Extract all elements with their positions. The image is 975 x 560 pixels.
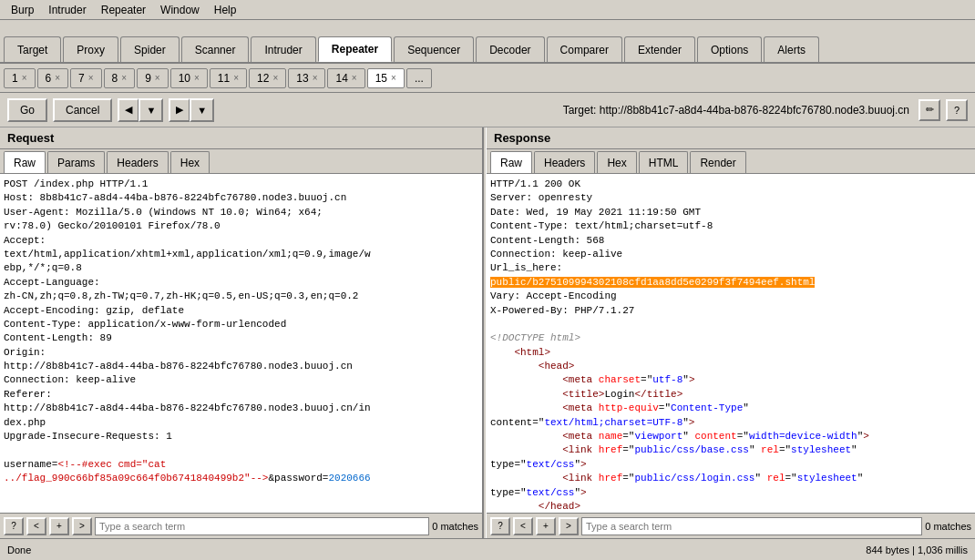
num-tab-7[interactable]: 7 ×: [70, 68, 102, 88]
close-tab-8[interactable]: ×: [121, 73, 127, 83]
request-search-next[interactable]: >: [72, 517, 92, 535]
response-header: Response: [487, 127, 975, 149]
num-tab-15[interactable]: 15 ×: [367, 68, 405, 88]
next-nav-button[interactable]: ▶: [169, 98, 190, 122]
menu-repeater[interactable]: Repeater: [94, 2, 153, 18]
tab-options[interactable]: Options: [697, 36, 762, 62]
num-tab-11[interactable]: 11 ×: [210, 68, 247, 88]
tab-spider[interactable]: Spider: [120, 36, 180, 62]
toolbar: Go Cancel ◀ ▼ ▶ ▼ Target: http://8b8b41c…: [0, 93, 975, 127]
response-search-help[interactable]: ?: [490, 517, 510, 535]
response-search-prev[interactable]: <: [513, 517, 533, 535]
close-tab-14[interactable]: ×: [352, 73, 357, 83]
request-matches-label: 0 matches: [432, 521, 478, 532]
menu-intruder[interactable]: Intruder: [41, 2, 93, 18]
close-tab-13[interactable]: ×: [313, 73, 318, 83]
content-area: Request Raw Params Headers Hex POST /ind…: [0, 127, 975, 538]
response-tab-headers[interactable]: Headers: [534, 151, 595, 173]
response-tab-raw[interactable]: Raw: [490, 151, 532, 173]
tab-decoder[interactable]: Decoder: [476, 36, 544, 62]
response-tab-html[interactable]: HTML: [639, 151, 689, 173]
request-tab-raw[interactable]: Raw: [4, 151, 46, 173]
request-search-prev[interactable]: <: [26, 517, 46, 535]
status-text: Done: [7, 545, 31, 555]
request-search-next-add[interactable]: +: [49, 517, 69, 535]
prev-dropdown-button[interactable]: ▼: [139, 98, 163, 122]
request-search-input[interactable]: [95, 517, 429, 535]
status-bar: Done 844 bytes | 1,036 millis: [0, 538, 975, 560]
next-dropdown-button[interactable]: ▼: [190, 98, 214, 122]
close-tab-10[interactable]: ×: [194, 73, 200, 83]
close-tab-11[interactable]: ×: [233, 73, 239, 83]
close-tab-1[interactable]: ×: [22, 73, 27, 83]
target-label: Target: http://8b8b41c7-a8d4-44ba-b876-8…: [563, 104, 909, 117]
response-tab-render[interactable]: Render: [690, 151, 745, 173]
cancel-button[interactable]: Cancel: [53, 98, 112, 122]
num-tab-1[interactable]: 1 ×: [4, 68, 36, 88]
tab-repeater[interactable]: Repeater: [318, 36, 392, 62]
go-button[interactable]: Go: [7, 98, 47, 122]
response-content[interactable]: HTTP/1.1 200 OK Server: openresty Date: …: [487, 174, 975, 513]
menu-bar: Burp Intruder Repeater Window Help: [0, 0, 975, 20]
response-search-bar: ? < + > 0 matches: [487, 513, 975, 538]
response-search-next[interactable]: >: [559, 517, 579, 535]
request-content[interactable]: POST /index.php HTTP/1.1 Host: 8b8b41c7-…: [0, 174, 482, 513]
tab-intruder[interactable]: Intruder: [251, 36, 315, 62]
close-tab-7[interactable]: ×: [88, 73, 94, 83]
request-tab-hex[interactable]: Hex: [170, 151, 210, 173]
close-tab-9[interactable]: ×: [155, 73, 160, 83]
menu-help[interactable]: Help: [207, 2, 244, 18]
edit-target-button[interactable]: ✏: [919, 99, 940, 121]
close-tab-6[interactable]: ×: [55, 73, 60, 83]
close-tab-15[interactable]: ×: [391, 73, 396, 83]
menu-window[interactable]: Window: [153, 2, 207, 18]
status-info: 844 bytes | 1,036 millis: [866, 545, 968, 555]
request-tabs: Raw Params Headers Hex: [0, 149, 482, 174]
tab-scanner[interactable]: Scanner: [181, 36, 250, 62]
response-panel: Response Raw Headers Hex HTML Render HTT…: [487, 127, 975, 538]
request-search-help[interactable]: ?: [4, 517, 24, 535]
response-matches-label: 0 matches: [925, 521, 971, 532]
tab-alerts[interactable]: Alerts: [764, 36, 819, 62]
response-search-input[interactable]: [581, 517, 922, 535]
num-tab-13[interactable]: 13 ×: [288, 68, 325, 88]
main-tabs: Target Proxy Spider Scanner Intruder Rep…: [0, 20, 975, 64]
num-tab-12[interactable]: 12 ×: [249, 68, 286, 88]
prev-nav-button[interactable]: ◀: [118, 98, 139, 122]
request-tab-params[interactable]: Params: [47, 151, 105, 173]
response-tabs: Raw Headers Hex HTML Render: [487, 149, 975, 174]
request-tab-headers[interactable]: Headers: [107, 151, 168, 173]
num-tab-10[interactable]: 10 ×: [170, 68, 208, 88]
tab-sequencer[interactable]: Sequencer: [394, 36, 474, 62]
request-panel: Request Raw Params Headers Hex POST /ind…: [0, 127, 483, 538]
num-tab-more[interactable]: ...: [406, 68, 432, 88]
tab-proxy[interactable]: Proxy: [63, 36, 118, 62]
num-tab-8[interactable]: 8 ×: [104, 68, 136, 88]
num-tab-9[interactable]: 9 ×: [137, 68, 169, 88]
tab-extender[interactable]: Extender: [624, 36, 695, 62]
num-tab-6[interactable]: 6 ×: [37, 68, 69, 88]
response-search-next-add[interactable]: +: [536, 517, 556, 535]
request-search-bar: ? < + > 0 matches: [0, 513, 482, 538]
close-tab-12[interactable]: ×: [272, 73, 278, 83]
num-tab-14[interactable]: 14 ×: [327, 68, 364, 88]
menu-burp[interactable]: Burp: [4, 2, 41, 18]
help-target-button[interactable]: ?: [946, 99, 968, 121]
response-tab-hex[interactable]: Hex: [597, 151, 636, 173]
tab-target[interactable]: Target: [4, 36, 61, 62]
request-header: Request: [0, 127, 482, 149]
tab-comparer[interactable]: Comparer: [547, 36, 622, 62]
num-tabs: 1 × 6 × 7 × 8 × 9 × 10 × 11 × 12 × 13 × …: [0, 64, 975, 93]
